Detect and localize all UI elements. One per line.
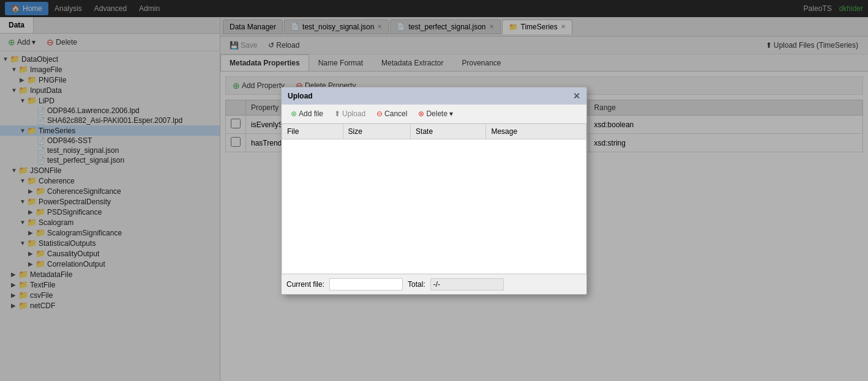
dialog-delete-button[interactable]: ⊗ Delete ▾: [414, 108, 457, 119]
dialog-cancel-icon: ⊖: [376, 109, 383, 118]
dialog-col-file: File: [282, 124, 343, 139]
dialog-close-button[interactable]: ✕: [573, 91, 580, 101]
dialog-col-state: State: [411, 124, 486, 139]
dialog-col-mesage: Mesage: [486, 124, 586, 139]
dialog-upload-button[interactable]: ⬆ Upload: [330, 108, 370, 119]
dialog-delete-dropdown-icon: ▾: [449, 109, 453, 118]
dialog-col-size: Size: [343, 124, 411, 139]
dialog-cancel-button[interactable]: ⊖ Cancel: [372, 108, 411, 119]
dialog-overlay: Upload ✕ ⊕ Add file ⬆ Upload ⊖ Cancel ⊗ …: [0, 0, 868, 381]
total-label: Total:: [408, 280, 425, 289]
dialog-header: Upload ✕: [282, 87, 586, 105]
dialog-upload-icon: ⬆: [334, 109, 340, 118]
dialog-footer: Current file: Total: -/-: [282, 274, 586, 294]
current-file-input[interactable]: [329, 278, 403, 290]
add-file-button[interactable]: ⊕ Add file: [286, 108, 327, 119]
current-file-label: Current file:: [286, 280, 324, 289]
progress-bar: -/-: [430, 278, 504, 290]
upload-dialog: Upload ✕ ⊕ Add file ⬆ Upload ⊖ Cancel ⊗ …: [281, 87, 587, 295]
dialog-file-table: FileSizeStateMesage: [282, 124, 586, 274]
dialog-content: FileSizeStateMesage: [282, 124, 586, 274]
dialog-delete-icon: ⊗: [418, 109, 424, 118]
add-file-icon: ⊕: [291, 109, 297, 118]
dialog-title: Upload: [288, 92, 313, 100]
dialog-toolbar: ⊕ Add file ⬆ Upload ⊖ Cancel ⊗ Delete ▾: [282, 105, 586, 124]
